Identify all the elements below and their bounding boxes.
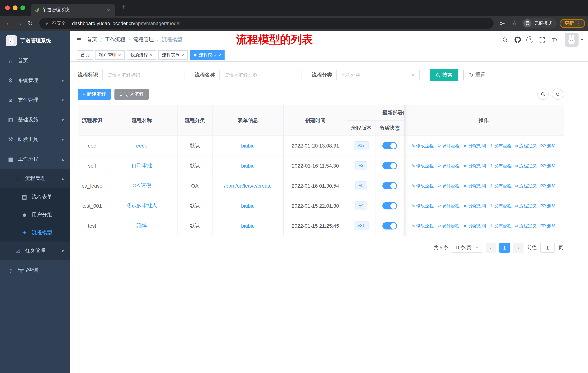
modify-process-link[interactable]: ✎修改流程 [412, 163, 434, 169]
delete-link[interactable]: ⌦删除 [540, 163, 556, 169]
tab-close-icon[interactable]: × [105, 6, 112, 13]
sidebar-fold-icon[interactable]: ≡ [77, 36, 81, 44]
page-number-button[interactable]: 1 [499, 242, 510, 253]
tag-close-icon[interactable]: × [218, 53, 221, 57]
tag-close-icon[interactable]: × [118, 53, 121, 57]
bookmark-star-icon[interactable]: ☆ [510, 19, 519, 28]
process-name-link[interactable]: 测试多审批人 [126, 202, 157, 208]
incognito-badge[interactable]: 无痕模式 [522, 18, 557, 28]
status-toggle[interactable] [382, 162, 397, 169]
process-name-link[interactable]: eeee [136, 143, 147, 149]
delete-link[interactable]: ⌦删除 [540, 183, 556, 189]
back-button[interactable]: ← [3, 18, 14, 29]
tag-item[interactable]: 租户管理× [95, 50, 125, 60]
breadcrumb-item[interactable]: 工作流程 [105, 36, 126, 43]
goto-page-input[interactable] [540, 242, 555, 253]
process-key-input[interactable] [102, 69, 184, 81]
reload-button[interactable]: ↻ [25, 18, 36, 29]
assign-rule-link[interactable]: ☻分配规则 [463, 163, 486, 169]
password-key-icon[interactable] [497, 19, 507, 28]
form-info-link[interactable]: /bpm/oa/leave/create [224, 183, 272, 189]
delete-link[interactable]: ⌦删除 [540, 143, 556, 149]
tag-item[interactable]: 流程表单× [158, 50, 188, 60]
breadcrumb-item[interactable]: 流程管理 [133, 36, 154, 43]
process-name-link[interactable]: 滔博 [137, 222, 147, 228]
publish-process-link[interactable]: ↥发布流程 [490, 203, 511, 209]
sidebar-item-user-group[interactable]: ☻用户分组 [0, 206, 70, 224]
assign-rule-link[interactable]: ☻分配规则 [463, 183, 486, 189]
toggle-search-button[interactable] [537, 89, 549, 100]
browser-tab[interactable]: 芋道管理系统 × [31, 4, 115, 16]
form-info-link[interactable]: biubiu [241, 203, 255, 209]
page-size-select[interactable]: 10条/页 ▼ [452, 242, 482, 253]
form-info-link[interactable]: biubiu [241, 163, 255, 169]
process-name-link[interactable]: OA 请假 [133, 182, 151, 188]
publish-process-link[interactable]: ↥发布流程 [490, 163, 511, 169]
process-definition-link[interactable]: ∞流程定义 [515, 163, 537, 169]
sidebar-item-process-model[interactable]: ✈流程模型 [0, 224, 70, 242]
form-info-link[interactable]: biubiu [241, 223, 255, 229]
process-name-link[interactable]: 自己审批 [132, 162, 152, 168]
maximize-window-button[interactable] [21, 5, 25, 10]
process-definition-link[interactable]: ∞流程定义 [515, 203, 537, 209]
refresh-table-button[interactable]: ↻ [552, 89, 563, 100]
form-info-link[interactable]: biubiu [241, 143, 255, 149]
sidebar-item-payment[interactable]: ¥支付管理▼ [0, 90, 70, 110]
breadcrumb-item[interactable]: 首页 [87, 36, 97, 43]
sidebar-item-process-form[interactable]: ▤流程表单 [0, 188, 70, 206]
tag-close-icon[interactable]: × [150, 53, 152, 57]
design-process-link[interactable]: ⚙设计流程 [437, 163, 460, 169]
search-button[interactable]: 搜索 [430, 69, 458, 81]
next-page-button[interactable]: › [513, 242, 524, 253]
create-process-button[interactable]: + 新建流程 [78, 89, 111, 100]
modify-process-link[interactable]: ✎修改流程 [412, 203, 434, 209]
tag-close-icon[interactable]: × [181, 53, 184, 57]
minimize-window-button[interactable] [13, 5, 18, 10]
fullscreen-icon[interactable] [537, 34, 548, 45]
security-warning-icon[interactable]: ⚠ [44, 20, 49, 26]
process-definition-link[interactable]: ∞流程定义 [515, 143, 537, 149]
tag-item[interactable]: 流程模型× [190, 50, 225, 60]
sidebar-logo[interactable]: 芋道管理系统 [0, 30, 70, 51]
user-avatar[interactable] [565, 33, 578, 47]
search-icon[interactable] [500, 34, 511, 45]
prev-page-button[interactable]: ‹ [486, 242, 496, 253]
new-tab-button[interactable]: + [119, 3, 129, 13]
status-toggle[interactable] [382, 142, 397, 149]
design-process-link[interactable]: ⚙设计流程 [437, 143, 460, 149]
sidebar-item-workflow[interactable]: ▣工作流程▲ [0, 149, 70, 169]
delete-link[interactable]: ⌦删除 [540, 203, 556, 209]
sidebar-item-system[interactable]: ⚙系统管理▼ [0, 71, 70, 90]
modify-process-link[interactable]: ✎修改流程 [412, 143, 434, 149]
help-icon[interactable]: ? [525, 34, 536, 45]
assign-rule-link[interactable]: ☻分配规则 [463, 203, 486, 209]
reset-button[interactable]: ↻ 重置 [463, 69, 491, 81]
close-window-button[interactable] [5, 5, 10, 10]
status-toggle[interactable] [382, 222, 397, 230]
design-process-link[interactable]: ⚙设计流程 [437, 183, 460, 189]
import-process-button[interactable]: ↥ 导入流程 [114, 89, 148, 100]
assign-rule-link[interactable]: ☻分配规则 [463, 143, 486, 149]
process-definition-link[interactable]: ∞流程定义 [515, 183, 537, 189]
sidebar-item-task-management[interactable]: ☑任务管理▼ [0, 242, 70, 261]
sidebar-item-devtools[interactable]: ⚒研发工具▼ [0, 130, 70, 149]
publish-process-link[interactable]: ↥发布流程 [490, 143, 511, 149]
sidebar-item-process-management[interactable]: ≣流程管理▲ [0, 169, 70, 188]
sidebar-item-home[interactable]: ⌂首页 [0, 51, 70, 71]
modify-process-link[interactable]: ✎修改流程 [412, 223, 434, 229]
browser-update-menu[interactable]: 更新 ⋮ [560, 19, 585, 28]
design-process-link[interactable]: ⚙设计流程 [437, 223, 460, 229]
design-process-link[interactable]: ⚙设计流程 [437, 203, 460, 209]
delete-link[interactable]: ⌦删除 [540, 223, 556, 229]
process-definition-link[interactable]: ∞流程定义 [515, 223, 537, 229]
tag-item[interactable]: 首页 [77, 50, 93, 60]
tag-item[interactable]: 我的流程× [127, 50, 156, 60]
github-icon[interactable] [512, 34, 523, 45]
process-category-select[interactable]: 流程分类 ▼ [336, 69, 420, 81]
publish-process-link[interactable]: ↥发布流程 [490, 223, 511, 229]
publish-process-link[interactable]: ↥发布流程 [490, 183, 511, 189]
sidebar-item-leave-query[interactable]: ☺请假查询 [0, 261, 70, 280]
forward-button[interactable]: → [14, 18, 25, 29]
modify-process-link[interactable]: ✎修改流程 [412, 183, 434, 189]
process-name-input[interactable] [220, 69, 302, 81]
